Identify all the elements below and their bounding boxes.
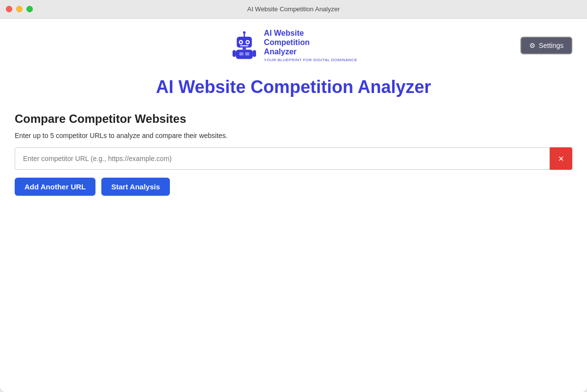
svg-rect-7 [240, 45, 249, 46]
logo-line2: Competition [264, 38, 357, 47]
svg-point-6 [247, 41, 249, 43]
svg-rect-8 [243, 47, 246, 49]
close-icon: × [558, 153, 564, 164]
section-title: Compare Competitor Websites [15, 112, 572, 126]
add-another-url-button[interactable]: Add Another URL [15, 178, 95, 196]
settings-button[interactable]: ⚙ Settings [520, 37, 572, 54]
main-content: AI Website Competition Analyzer YOUR BLU… [0, 19, 587, 392]
main-section: Compare Competitor Websites Enter up to … [0, 112, 587, 196]
logo-tagline: YOUR BLUEPRINT FOR DIGITAL DOMINANCE [264, 58, 357, 63]
robot-icon [230, 31, 259, 60]
url-input[interactable] [15, 147, 550, 170]
svg-rect-10 [239, 52, 244, 55]
app-header: AI Website Competition Analyzer YOUR BLU… [0, 19, 587, 72]
minimize-button[interactable] [16, 6, 23, 12]
action-buttons: Add Another URL Start Analysis [15, 178, 572, 196]
logo-text: AI Website Competition Analyzer YOUR BLU… [264, 28, 357, 62]
svg-rect-12 [233, 50, 236, 57]
svg-point-5 [240, 41, 242, 43]
close-button[interactable] [6, 6, 12, 12]
svg-rect-9 [236, 49, 253, 59]
traffic-lights [6, 6, 33, 12]
svg-point-1 [243, 31, 246, 33]
app-window: AI Website Competition Analyzer [0, 0, 587, 392]
settings-label: Settings [539, 42, 564, 49]
remove-url-button[interactable]: × [550, 147, 572, 170]
logo-line3: Analyzer [264, 47, 357, 56]
logo-line1: AI Website [264, 28, 357, 38]
svg-rect-13 [253, 50, 256, 57]
logo-area: AI Website Competition Analyzer YOUR BLU… [230, 28, 357, 62]
gear-icon: ⚙ [529, 42, 536, 49]
section-description: Enter up to 5 competitor URLs to analyze… [15, 132, 572, 139]
titlebar: AI Website Competition Analyzer [0, 0, 587, 19]
window-title: AI Website Competition Analyzer [247, 5, 340, 13]
maximize-button[interactable] [26, 6, 33, 12]
url-input-row: × [15, 147, 572, 170]
page-title: AI Website Competition Analyzer [0, 72, 587, 112]
start-analysis-button[interactable]: Start Analysis [101, 178, 170, 196]
svg-rect-11 [245, 52, 250, 55]
